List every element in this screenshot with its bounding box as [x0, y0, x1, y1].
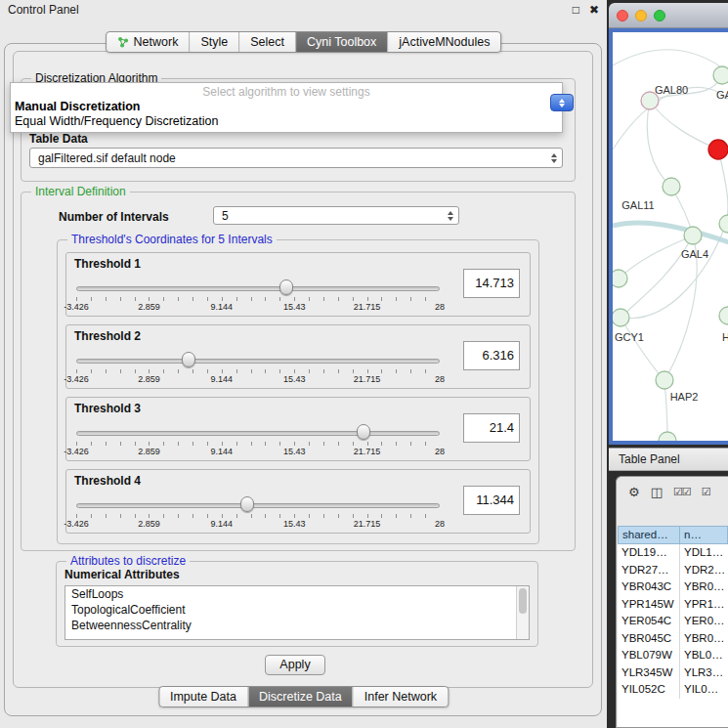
close-panel-icon[interactable]: ✖ — [589, 0, 599, 20]
select-all-checkboxes-icon[interactable]: ☑☑ — [673, 486, 691, 498]
tab-network[interactable]: Network — [107, 32, 190, 52]
attributes-list[interactable]: SelfLoopsTopologicalCoefficientBetweenne… — [64, 585, 530, 640]
numerical-attributes-label: Numerical Attributes — [64, 568, 180, 581]
popup-option-manual-discretization[interactable]: Manual Discretization — [11, 100, 562, 114]
stepper-up-icon — [551, 153, 557, 157]
network-node[interactable] — [719, 307, 728, 324]
network-node[interactable] — [719, 215, 728, 233]
tab-label: Network — [134, 35, 179, 49]
tab-label: Discretize Data — [259, 690, 342, 704]
algorithm-combo-stepper[interactable] — [550, 94, 574, 111]
slider-thumb[interactable] — [357, 424, 370, 440]
slider-track[interactable] — [76, 503, 440, 508]
popup-option-equal-width-frequency-discretization[interactable]: Equal Width/Frequency Discretization — [11, 114, 562, 129]
network-node-selected[interactable] — [708, 140, 728, 159]
network-node[interactable] — [613, 309, 629, 326]
threshold-value-field[interactable]: 21.4 — [463, 413, 520, 443]
mac-close-button[interactable] — [617, 10, 628, 21]
list-item-selfloops[interactable]: SelfLoops — [65, 586, 529, 602]
tick-label: 21.715 — [354, 447, 381, 456]
table-data-stepper[interactable] — [551, 153, 557, 163]
thresholds-group-title: Threshold's Coordinates for 5 Intervals — [67, 233, 277, 246]
slider-thumb[interactable] — [182, 352, 195, 367]
network-node[interactable] — [713, 66, 728, 84]
network-node[interactable] — [659, 432, 676, 445]
slider-tick-labels: -3.4262.8599.14415.4321.71528 — [76, 519, 440, 531]
column-header-name[interactable]: n… — [680, 526, 728, 544]
mac-zoom-button[interactable] — [654, 10, 665, 21]
table-row[interactable]: YPR145WYPR1… — [618, 596, 728, 614]
threshold-label: Threshold 1 — [74, 257, 141, 271]
tick-label: 2.859 — [138, 374, 160, 384]
table-row[interactable]: YBR043CYBR0… — [618, 578, 728, 596]
interval-definition-group: Interval Definition Number of Intervals … — [21, 192, 576, 551]
threshold-slider[interactable]: -3.4262.8599.14415.4321.71528 — [76, 423, 440, 460]
table-row[interactable]: YDR27…YDR2… — [618, 562, 728, 579]
columns-icon[interactable]: ◫ — [651, 486, 663, 498]
column-header-shared-name[interactable]: shared… — [618, 526, 680, 544]
float-window-icon[interactable]: □ — [573, 0, 579, 20]
tab-select[interactable]: Select — [238, 32, 295, 52]
slider-thumb[interactable] — [279, 279, 293, 295]
list-item-topologicalcoefficient[interactable]: TopologicalCoefficient — [65, 602, 529, 618]
tab-impute-data[interactable]: Impute Data — [159, 687, 247, 707]
threshold-slider[interactable]: -3.4262.8599.14415.4321.71528 — [76, 278, 440, 316]
list-item-betweennesscentrality[interactable]: BetweennessCentrality — [65, 618, 529, 633]
network-node[interactable] — [613, 270, 627, 287]
stepper-down-icon — [559, 104, 565, 107]
network-canvas[interactable]: GAL80GAGAL11GAL4GCY1HHAP2 — [613, 32, 728, 445]
table-panel-window: ⚙ ◫ ☑☑ ☑ shared… n… YDL19…YDL1…YDR27…YDR… — [616, 476, 728, 728]
num-intervals-combo[interactable]: 5 — [213, 206, 459, 225]
node-label: H — [722, 331, 728, 343]
cell-shared-name: YBR043C — [618, 578, 680, 596]
table-data-combo[interactable]: galFiltered.sif default node — [29, 148, 563, 168]
slider-thumb[interactable] — [240, 496, 254, 512]
cell-name: YDL1… — [680, 544, 728, 562]
tick-label: 2.859 — [138, 302, 160, 312]
thresholds-group: Threshold's Coordinates for 5 Intervals … — [57, 239, 539, 544]
table-row[interactable]: YIL052CYIL0… — [618, 681, 728, 699]
table-row[interactable]: YBR045CYBR0… — [618, 630, 728, 648]
threshold-list: Threshold 1-3.4262.8599.14415.4321.71528… — [65, 252, 531, 541]
tab-discretize-data[interactable]: Discretize Data — [247, 687, 353, 707]
bottom-tab-strip: Impute DataDiscretize DataInfer Network — [158, 686, 449, 707]
table-body: YDL19…YDL1…YDR27…YDR2…YBR043CYBR0…YPR145… — [618, 544, 728, 727]
slider-ticks — [76, 297, 440, 301]
scrollbar-thumb[interactable] — [519, 588, 527, 614]
slider-track[interactable] — [76, 286, 440, 291]
cell-name: YER0… — [680, 613, 728, 630]
network-node[interactable] — [656, 371, 673, 389]
tab-jactivemnodules[interactable]: jActiveMNodules — [387, 32, 500, 52]
threshold-value-field[interactable]: 11.344 — [463, 486, 520, 515]
slider-track[interactable] — [76, 431, 440, 436]
tab-style[interactable]: Style — [189, 32, 238, 52]
threshold-value-field[interactable]: 14.713 — [463, 269, 520, 298]
table-row[interactable]: YBL079WYBL0… — [618, 647, 728, 664]
slider-track[interactable] — [76, 359, 440, 364]
table-row[interactable]: YER054CYER0… — [618, 613, 728, 630]
tick-label: -3.426 — [64, 447, 89, 456]
mac-minimize-button[interactable] — [635, 10, 647, 21]
cell-shared-name: YIL052C — [618, 681, 680, 699]
attributes-scrollbar[interactable] — [516, 586, 529, 639]
num-intervals-stepper[interactable] — [448, 211, 453, 221]
threshold-block: Threshold 3-3.4262.8599.14415.4321.71528… — [65, 397, 531, 461]
tick-label: 9.144 — [211, 302, 234, 312]
tick-label: 21.715 — [354, 374, 381, 384]
table-row[interactable]: YLR345WYLR3… — [618, 664, 728, 682]
table-row[interactable]: YDL19…YDL1… — [618, 544, 728, 562]
threshold-slider[interactable]: -3.4262.8599.14415.4321.71528 — [76, 495, 440, 533]
checkbox-icon[interactable]: ☑ — [702, 486, 710, 498]
tab-cyni-toolbox[interactable]: Cyni Toolbox — [295, 32, 387, 52]
gear-icon[interactable]: ⚙ — [628, 486, 640, 498]
tab-infer-network[interactable]: Infer Network — [353, 687, 448, 707]
slider-ticks — [76, 514, 440, 518]
network-node[interactable] — [663, 178, 680, 195]
apply-button[interactable]: Apply — [265, 655, 325, 675]
slider-ticks — [76, 369, 440, 373]
network-node[interactable] — [684, 227, 702, 244]
cell-name: YBR0… — [680, 578, 728, 596]
threshold-slider[interactable]: -3.4262.8599.14415.4321.71528 — [76, 351, 440, 388]
panel-title: Control Panel — [8, 3, 79, 17]
threshold-value-field[interactable]: 6.316 — [463, 341, 520, 370]
